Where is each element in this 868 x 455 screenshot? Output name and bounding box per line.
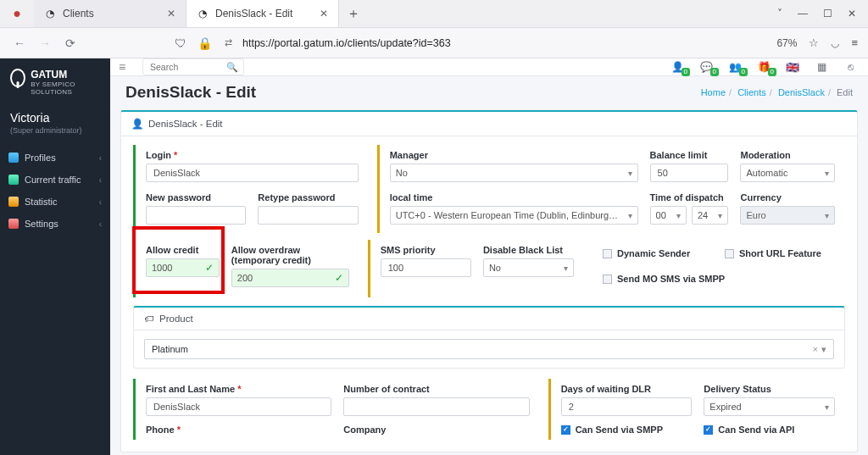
local-time-select[interactable]: UTC+0 - Western European Time (Dublin, E… xyxy=(390,206,638,225)
reload-button[interactable]: ⟳ xyxy=(61,34,80,53)
company-label: Company xyxy=(343,424,529,435)
sidebar: GATUM BY SEMPICO SOLUTIONS Victoria (Sup… xyxy=(0,58,110,455)
checkbox-icon xyxy=(603,275,612,284)
crumb-client[interactable]: DenisSlack xyxy=(778,87,825,97)
traffic-icon xyxy=(8,175,19,185)
user-icon: 👤 xyxy=(131,118,143,130)
browser-tab-edit[interactable]: ◔ DenisSlack - Edit ✕ xyxy=(186,0,339,27)
sms-priority-label: SMS priority xyxy=(381,245,471,255)
sidebar-item-statistic[interactable]: Statistic ‹ xyxy=(0,191,110,213)
browser-tab-clients[interactable]: ◔ Clients ✕ xyxy=(34,0,186,27)
sidebar-item-label: Current traffic xyxy=(25,175,81,185)
settings-icon xyxy=(8,219,19,229)
chevron-down-icon[interactable]: ▾ xyxy=(821,344,826,354)
user-name: Victoria xyxy=(10,111,100,125)
contact-block: First and Last Name * Number of contract… xyxy=(133,379,540,440)
allow-credit-label: Allow credit xyxy=(146,245,220,255)
product-icon: 🏷 xyxy=(144,314,154,324)
close-icon[interactable]: ✕ xyxy=(320,8,328,19)
product-section-title: Product xyxy=(159,314,193,324)
checkbox-checked-icon xyxy=(561,425,570,435)
close-icon[interactable]: ✕ xyxy=(167,8,175,19)
chevron-down-icon[interactable]: ˅ xyxy=(777,8,782,19)
notification-user-icon[interactable]: 👤0 xyxy=(668,60,687,74)
name-input[interactable] xyxy=(146,397,331,416)
search-input[interactable]: 🔍 xyxy=(142,58,244,75)
maximize-icon[interactable]: ☐ xyxy=(823,8,832,19)
chevron-left-icon: ‹ xyxy=(99,219,102,229)
tab-label: Clients xyxy=(63,8,94,19)
local-time-label: local time xyxy=(390,192,638,203)
allow-overdraw-input[interactable]: 200 ✓ xyxy=(231,269,349,287)
allow-credit-input[interactable]: 1000 ✓ xyxy=(146,258,220,277)
search-icon[interactable]: 🔍 xyxy=(226,62,238,73)
lock-icon[interactable]: 🔒 xyxy=(195,34,214,53)
sms-priority-input[interactable] xyxy=(381,258,471,277)
firefox-icon: ● xyxy=(13,6,21,21)
menu-toggle-icon[interactable]: ≡ xyxy=(119,60,136,74)
moderation-select[interactable]: Automatic xyxy=(740,164,835,182)
currency-select[interactable]: Euro xyxy=(740,206,835,225)
dynamic-sender-checkbox[interactable]: Dynamic Sender xyxy=(603,245,713,262)
sidebar-item-label: Settings xyxy=(25,219,58,229)
new-password-input[interactable] xyxy=(146,206,246,225)
delivery-select[interactable]: Expired xyxy=(704,397,835,416)
crumb-home[interactable]: Home xyxy=(701,87,726,97)
url-bar: ← → ⟳ 🛡 🔒 ⇄ https://portal.gatum.io/clie… xyxy=(0,28,868,58)
profiles-icon xyxy=(8,153,19,163)
manager-label: Manager xyxy=(390,150,638,160)
new-tab-button[interactable]: ＋ xyxy=(339,5,368,23)
login-input[interactable] xyxy=(146,164,359,182)
contract-input[interactable] xyxy=(343,397,529,416)
search-field[interactable] xyxy=(148,61,226,73)
balance-label: Balance limit xyxy=(650,150,729,160)
delivery-label: Delivery Status xyxy=(704,384,835,394)
sidebar-item-traffic[interactable]: Current traffic ‹ xyxy=(0,169,110,191)
url-text[interactable]: https://portal.gatum.io/clients/update?i… xyxy=(242,37,451,49)
short-url-checkbox[interactable]: Short URL Feature xyxy=(725,245,835,262)
send-mo-checkbox[interactable]: Send MO SMS via SMPP xyxy=(603,270,835,287)
login-label: Login xyxy=(146,150,171,160)
dispatch-label: Time of dispatch xyxy=(650,192,729,203)
retype-password-input[interactable] xyxy=(258,206,358,225)
shield-icon[interactable]: 🛡 xyxy=(171,34,190,53)
back-button[interactable]: ← xyxy=(10,34,29,53)
sidebar-item-settings[interactable]: Settings ‹ xyxy=(0,213,110,235)
dispatch-to-select[interactable]: 24 xyxy=(692,206,728,225)
logout-icon[interactable]: ⎋ xyxy=(841,60,860,74)
clear-icon[interactable]: × xyxy=(813,344,818,354)
pocket-icon[interactable]: ◡ xyxy=(831,37,839,49)
days-input[interactable] xyxy=(561,397,693,416)
sidebar-item-profiles[interactable]: Profiles ‹ xyxy=(0,147,110,169)
can-send-smpp-checkbox[interactable]: Can Send via SMPP xyxy=(561,424,693,435)
sidebar-item-label: Profiles xyxy=(25,153,56,163)
zoom-level[interactable]: 67% xyxy=(776,37,797,49)
card-title: DenisSlack - Edit xyxy=(148,119,223,129)
crumb-clients[interactable]: Clients xyxy=(737,87,766,97)
product-select[interactable]: Platinum ×▾ xyxy=(144,339,834,359)
check-icon: ✓ xyxy=(205,262,214,274)
disable-blacklist-select[interactable]: No xyxy=(483,258,574,277)
notification-people-icon[interactable]: 👥0 xyxy=(726,60,744,74)
can-send-api-checkbox[interactable]: Can Send via API xyxy=(704,424,835,435)
menu-icon[interactable]: ≡ xyxy=(851,36,858,49)
balance-input[interactable] xyxy=(650,164,729,182)
flag-icon[interactable]: 🇬🇧 xyxy=(783,60,802,74)
check-icon: ✓ xyxy=(335,272,343,284)
retype-password-label: Retype password xyxy=(258,192,358,203)
dispatch-from-select[interactable]: 00 xyxy=(650,206,687,225)
minimize-icon[interactable]: — xyxy=(798,8,808,19)
permissions-icon[interactable]: ⇄ xyxy=(219,34,237,53)
manager-select[interactable]: No xyxy=(390,164,638,182)
bookmark-icon[interactable]: ☆ xyxy=(809,36,819,49)
close-window-icon[interactable]: ✕ xyxy=(848,8,856,19)
new-password-label: New password xyxy=(146,192,246,203)
notification-heart-icon[interactable]: 💬0 xyxy=(697,60,715,74)
grid-icon[interactable]: ▦ xyxy=(812,60,831,74)
notification-gift-icon[interactable]: 🎁0 xyxy=(754,60,773,74)
edit-card: 👤 DenisSlack - Edit Login * New password xyxy=(120,110,858,452)
checkbox-icon xyxy=(603,249,612,258)
chevron-left-icon: ‹ xyxy=(99,175,102,185)
sms-block: SMS priority Disable Black List No xyxy=(368,240,584,297)
brand: GATUM BY SEMPICO SOLUTIONS xyxy=(0,69,110,104)
